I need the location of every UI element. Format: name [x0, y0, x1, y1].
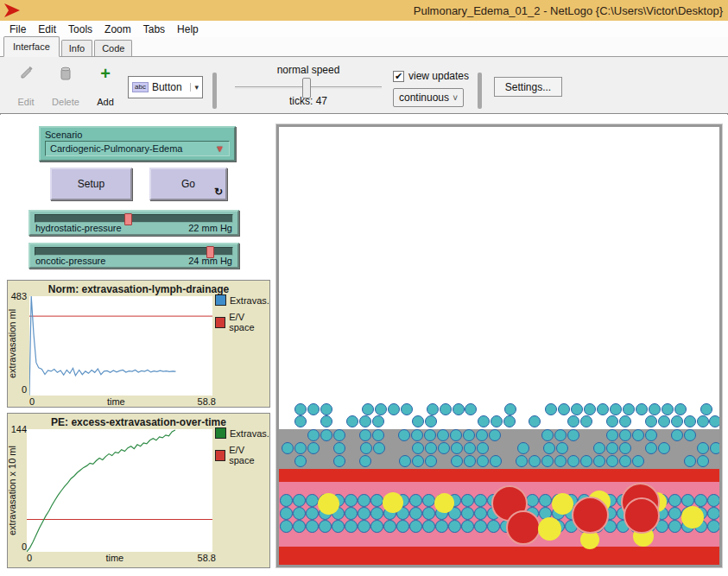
blood-cell: [422, 494, 435, 507]
oncotic-pressure-slider[interactable]: oncotic-pressure 24 mm Hg: [28, 243, 239, 269]
fluid-cell: [362, 403, 374, 415]
blood-cell: [422, 520, 435, 533]
fluid-cell: [478, 415, 490, 427]
fluid-cell: [662, 403, 674, 415]
blood-cell: [487, 520, 500, 533]
blood-cell: [345, 494, 358, 507]
update-mode-dropdown[interactable]: continuous ˅: [393, 88, 464, 107]
fluid-cell: [671, 429, 683, 441]
menu-item-tabs[interactable]: Tabs: [137, 22, 171, 37]
fluid-cell: [645, 429, 657, 441]
fluid-cell: [541, 429, 554, 441]
dropdown-triangle-icon: ▼: [215, 143, 225, 154]
scenario-chooser: Scenario Cardiogenic-Pulmonary-Edema ▼: [39, 126, 236, 161]
blood-cell: [668, 520, 681, 533]
fluid-cell: [453, 403, 465, 415]
blood-cell: [435, 520, 448, 533]
fluid-cell: [556, 442, 568, 454]
red-blood-cell: [506, 510, 541, 545]
speed-slider[interactable]: [235, 86, 382, 89]
fluid-cell: [320, 403, 332, 415]
menu-item-edit[interactable]: Edit: [32, 22, 62, 37]
fluid-cell: [558, 403, 570, 415]
widget-type-value: Button: [152, 81, 187, 93]
fluid-cell: [373, 442, 385, 454]
blood-cell: [319, 520, 332, 533]
blood-cell: [396, 520, 409, 533]
scenario-dropdown[interactable]: Cardiogenic-Pulmonary-Edema ▼: [45, 141, 230, 156]
tab-info[interactable]: Info: [61, 40, 92, 56]
fluid-cell: [649, 403, 661, 415]
edit-button-label: Edit: [18, 97, 35, 107]
menu-item-tools[interactable]: Tools: [62, 22, 98, 37]
blood-cell: [306, 507, 319, 520]
slider-track[interactable]: [35, 214, 233, 223]
fluid-cell: [709, 415, 719, 427]
fluid-cell: [684, 455, 696, 467]
blood-cell: [461, 494, 474, 507]
legend-swatch: [215, 294, 226, 306]
blood-cell: [461, 507, 474, 520]
plot-extravasation-lymph-drainage: Norm: extravasation-lymph-drainage 483 0…: [7, 280, 270, 408]
menu-item-file[interactable]: File: [3, 22, 32, 37]
netlogo-window: Pulmonary_Edema_01_2 - NetLogo {C:\Users…: [0, 0, 728, 576]
fluid-cell: [424, 429, 436, 441]
fluid-cell: [504, 403, 516, 415]
tab-code[interactable]: Code: [94, 40, 132, 56]
fluid-cell: [619, 429, 631, 441]
slider-value: 22 mm Hg: [188, 223, 232, 233]
fluid-cell: [359, 415, 371, 427]
capillary-wall-top: [279, 469, 719, 482]
fluid-cell: [697, 455, 709, 467]
blood-cell: [707, 494, 720, 507]
fluid-cell: [619, 455, 631, 467]
slider-track[interactable]: [35, 247, 233, 256]
fluid-cell: [464, 442, 476, 454]
fluid-cell: [425, 442, 437, 454]
widget-type-dropdown[interactable]: abc Button ▾: [128, 76, 203, 98]
blood-cell: [280, 507, 293, 520]
checkbox-checked-icon[interactable]: ✔: [393, 71, 404, 82]
fluid-cell: [491, 415, 503, 427]
ticks-counter: ticks: 47: [235, 95, 382, 107]
add-button[interactable]: + Add: [89, 66, 122, 107]
fluid-cell: [567, 429, 579, 441]
delete-button[interactable]: Delete: [47, 66, 85, 107]
fluid-cell: [541, 455, 554, 467]
menu-item-help[interactable]: Help: [171, 22, 205, 37]
blood-cell: [539, 494, 552, 507]
fluid-cell: [606, 442, 618, 454]
blood-cell: [461, 520, 474, 533]
fluid-cell: [372, 415, 384, 427]
chevron-down-icon: ˅: [453, 93, 458, 103]
setup-button[interactable]: Setup: [50, 168, 132, 200]
update-mode-value: continuous: [399, 92, 449, 104]
menu-item-zoom[interactable]: Zoom: [98, 22, 137, 37]
blood-cell: [668, 494, 681, 507]
blood-cell: [280, 494, 293, 507]
y-axis-label: extravasation ml: [7, 281, 19, 407]
edit-button[interactable]: Edit: [7, 66, 45, 107]
settings-button[interactable]: Settings...: [494, 77, 562, 97]
blood-cell: [358, 507, 370, 520]
legend-label: Extravas.: [230, 428, 269, 439]
fluid-cell: [411, 429, 423, 441]
view-updates-checkbox[interactable]: ✔ view updates: [393, 70, 469, 82]
hydrostatic-pressure-slider[interactable]: hydrostatic-pressure 22 mm Hg: [28, 210, 239, 236]
plot-title: PE: excess-extravasation-over-time: [8, 416, 269, 428]
fluid-cell: [333, 429, 345, 441]
fluid-cell: [346, 415, 358, 427]
speed-slider-label: normal speed: [235, 64, 382, 76]
pencil-icon: [19, 66, 33, 80]
fluid-cell: [632, 455, 644, 467]
blood-cell: [474, 507, 487, 520]
blood-cell: [448, 520, 461, 533]
fluid-cell: [584, 403, 596, 415]
world-view-canvas[interactable]: [279, 127, 719, 565]
go-button[interactable]: Go ↻: [149, 168, 227, 200]
fluid-cell: [554, 455, 567, 467]
tab-interface[interactable]: Interface: [3, 36, 60, 57]
capillary-wall-bottom: [279, 547, 719, 565]
scenario-value: Cardiogenic-Pulmonary-Edema: [50, 143, 215, 154]
fluid-cell: [529, 455, 541, 467]
